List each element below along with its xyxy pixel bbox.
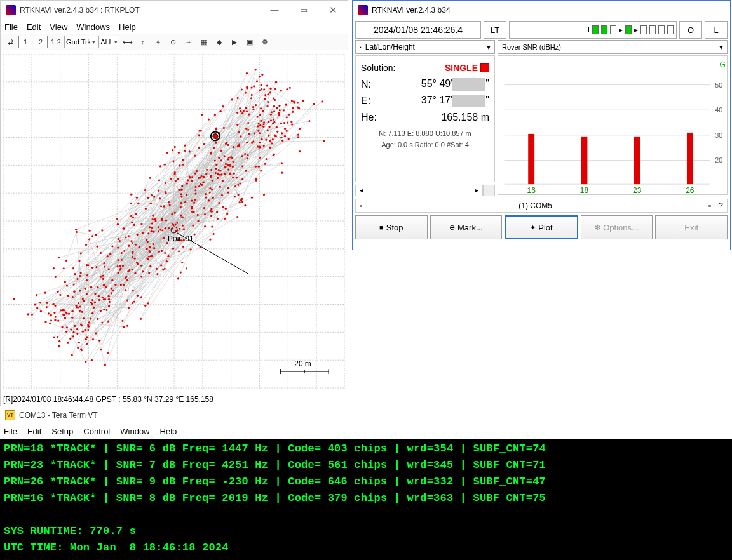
scroll-left-icon[interactable]: ◂: [356, 185, 367, 196]
svg-point-359: [154, 220, 156, 222]
svg-point-455: [183, 229, 185, 230]
exit-button[interactable]: Exit: [655, 215, 728, 239]
svg-point-607: [125, 236, 126, 238]
sol1-button[interactable]: 1: [18, 36, 32, 48]
connect-button[interactable]: ⇄: [3, 36, 17, 48]
svg-point-284: [177, 178, 179, 180]
sol2-button[interactable]: 2: [34, 36, 48, 48]
svg-point-458: [257, 116, 259, 118]
svg-point-424: [118, 238, 119, 240]
svg-point-326: [67, 295, 69, 297]
save-button[interactable]: …: [483, 185, 494, 196]
svg-point-341: [68, 313, 70, 315]
svg-point-249: [285, 104, 287, 106]
fix-center-icon[interactable]: ⊙: [166, 36, 180, 48]
menu-help[interactable]: Help: [160, 427, 177, 436]
svg-point-586: [210, 153, 212, 155]
output-button[interactable]: O: [679, 21, 702, 39]
led-icon: [610, 25, 616, 34]
monitor-icon[interactable]: ▫: [705, 201, 715, 210]
terminal-output[interactable]: PRN=18 *TRACK* | SNR= 6 dB Freq= 1447 Hz…: [0, 439, 732, 560]
svg-point-483: [93, 307, 95, 309]
sol-format-select[interactable]: ▪ Lat/Lon/Height ▾: [355, 40, 495, 54]
menu-view[interactable]: View: [50, 22, 67, 32]
teraterm-titlebar[interactable]: VT COM13 - Tera Term VT: [0, 406, 732, 424]
rtknavi-titlebar[interactable]: RTKNAVI ver.2.4.3 b34: [353, 1, 730, 20]
snr-chart[interactable]: G 50 40 30 20 16: [498, 55, 728, 195]
timesys-button[interactable]: LT: [484, 21, 506, 39]
fix-horiz-icon[interactable]: ↔: [182, 36, 196, 48]
svg-point-617: [73, 284, 75, 286]
plot-type-select[interactable]: Gnd Trk▾: [64, 36, 97, 48]
help-button[interactable]: ?: [715, 201, 727, 210]
stream-status[interactable]: I ▸ ▸: [509, 21, 677, 39]
options-icon[interactable]: ⚙: [258, 36, 272, 48]
svg-point-536: [245, 170, 247, 172]
track-icon[interactable]: ▦: [197, 36, 211, 48]
expand-icon[interactable]: ▫: [356, 201, 366, 210]
stop-button[interactable]: ■Stop: [355, 215, 428, 239]
svg-point-126: [236, 216, 238, 218]
svg-point-622: [210, 210, 212, 211]
fit-horiz-icon[interactable]: ⟷: [121, 36, 135, 48]
close-button[interactable]: ✕: [318, 1, 348, 20]
scroll-right-icon[interactable]: ▸: [471, 185, 483, 196]
menu-edit[interactable]: Edit: [27, 22, 41, 32]
fit-vert-icon[interactable]: ↕: [136, 36, 150, 48]
svg-point-89: [120, 284, 122, 286]
svg-point-308: [158, 190, 159, 192]
anim-icon[interactable]: ▶: [227, 36, 241, 48]
svg-point-70: [92, 312, 93, 314]
menu-setup[interactable]: Setup: [51, 427, 73, 436]
ground-track-plot[interactable]: Point01 20 m: [3, 54, 345, 389]
svg-point-356: [154, 218, 156, 220]
svg-point-673: [83, 300, 85, 302]
center-icon[interactable]: ⌖: [151, 36, 165, 48]
svg-point-531: [203, 143, 205, 145]
menu-window[interactable]: Window: [120, 427, 149, 436]
mark-button[interactable]: ⊕Mark...: [430, 215, 503, 239]
svg-point-410: [164, 252, 166, 254]
svg-point-73: [214, 147, 215, 149]
log-button[interactable]: L: [705, 21, 728, 39]
svg-point-291: [226, 213, 228, 215]
svg-point-106: [133, 224, 135, 226]
svg-point-108: [79, 290, 81, 291]
menu-edit[interactable]: Edit: [27, 427, 41, 436]
sol12-button[interactable]: 1-2: [49, 36, 63, 48]
svg-point-596: [273, 121, 275, 123]
svg-point-313: [105, 309, 107, 311]
svg-point-210: [180, 193, 182, 195]
plot-button[interactable]: ✦Plot: [505, 215, 578, 239]
svg-point-390: [269, 91, 271, 93]
svg-point-253: [227, 168, 229, 170]
menu-file[interactable]: File: [4, 427, 17, 436]
plot-type-select[interactable]: Rover SNR (dBHz) ▾: [498, 40, 728, 54]
svg-point-649: [163, 237, 165, 239]
menu-help[interactable]: Help: [119, 22, 136, 32]
clear-icon[interactable]: ▣: [243, 36, 257, 48]
point-icon[interactable]: ◆: [212, 36, 226, 48]
svg-point-403: [241, 88, 243, 90]
qflag-select[interactable]: ALL▾: [98, 36, 119, 48]
maximize-button[interactable]: ▭: [289, 1, 318, 20]
minimize-button[interactable]: —: [260, 1, 289, 20]
svg-point-534: [225, 163, 227, 165]
svg-point-306: [284, 135, 286, 137]
menu-file[interactable]: File: [4, 22, 18, 32]
svg-point-235: [72, 296, 74, 298]
svg-point-558: [88, 321, 90, 323]
menu-windows[interactable]: Windows: [76, 22, 110, 32]
solution-scrollbar[interactable]: ◂ ▸ …: [355, 185, 495, 196]
svg-point-241: [194, 189, 196, 191]
svg-point-85: [107, 321, 109, 323]
svg-point-42: [82, 298, 84, 300]
svg-point-155: [269, 140, 271, 142]
menu-control[interactable]: Control: [83, 427, 110, 436]
svg-point-206: [152, 243, 154, 245]
options-button[interactable]: ✻Options...: [581, 215, 653, 239]
svg-point-656: [226, 142, 227, 143]
rtkplot-titlebar[interactable]: RTKNAVI ver.2.4.3 b34 : RTKPLOT — ▭ ✕: [1, 1, 348, 20]
time-display[interactable]: 2024/01/08 21:46:26.4: [355, 21, 481, 39]
svg-point-239: [236, 124, 238, 126]
